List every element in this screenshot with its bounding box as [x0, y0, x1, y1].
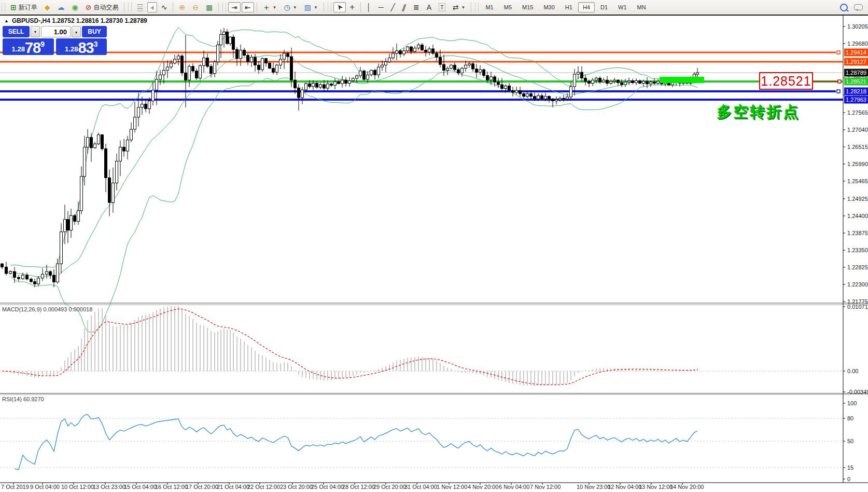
- time-label: 13 Oct 23:00: [93, 484, 125, 490]
- buy-price[interactable]: 1.28 83 3: [56, 38, 107, 55]
- periods-button[interactable]: ◷ ▼: [281, 2, 300, 12]
- candlestick-chart-button[interactable]: ⫞: [147, 2, 157, 12]
- svg-text:0: 0: [847, 476, 850, 482]
- tile-windows-icon: ▦: [206, 4, 213, 11]
- trendline-button[interactable]: ╱: [388, 2, 398, 12]
- price-annotation-box[interactable]: 1.28521: [759, 72, 813, 90]
- volume-increase-button[interactable]: ▲: [72, 26, 81, 37]
- time-label: 25 Oct 04:00: [311, 484, 344, 490]
- chart-shift-icon: ⇤: [245, 4, 251, 11]
- crosshair-icon: +: [350, 4, 355, 11]
- svg-text:1.29414: 1.29414: [846, 49, 866, 56]
- time-label: 7 Nov 12:00: [530, 484, 561, 490]
- sell-price-prefix: 1.28: [12, 45, 25, 53]
- chart-shift-button[interactable]: ⇤: [242, 2, 254, 12]
- horizontal-line-button[interactable]: ─: [375, 2, 387, 12]
- time-label: 17 Oct 20:00: [186, 484, 218, 490]
- svg-text:100: 100: [847, 400, 857, 406]
- sell-price[interactable]: 1.28 78 9: [3, 38, 54, 55]
- svg-text:1.30205: 1.30205: [847, 23, 868, 30]
- line-chart-icon: ∿: [161, 4, 167, 11]
- timeframe-mn[interactable]: MN: [633, 2, 651, 12]
- time-label: 9 Oct 04:00: [30, 484, 60, 490]
- timeframe-m5[interactable]: M5: [499, 2, 516, 12]
- channel-button[interactable]: ∥: [399, 2, 409, 12]
- indicators-icon: ＋: [263, 4, 270, 11]
- zoom-in-icon: ⊕: [179, 4, 185, 11]
- signals-button[interactable]: ◉: [69, 2, 81, 12]
- volume-input[interactable]: 1.00: [41, 26, 71, 37]
- mt4-window: { "toolbar": { "new_order_label": "新订单",…: [0, 0, 868, 492]
- search-icon[interactable]: [840, 4, 848, 11]
- bar-chart-button[interactable]: 𝄛: [134, 2, 146, 12]
- time-label: 13 Nov 12:00: [639, 484, 673, 490]
- profiles-button[interactable]: ◆: [41, 2, 53, 12]
- arrows-button[interactable]: ⇄ ▼: [450, 2, 469, 12]
- buy-button[interactable]: BUY: [82, 26, 107, 37]
- profiles-icon: ◆: [45, 4, 50, 11]
- chat-icon[interactable]: [854, 4, 863, 10]
- zoom-out-button[interactable]: ⊖: [189, 2, 202, 12]
- buy-price-prefix: 1.28: [65, 45, 78, 53]
- arrows-icon: ⇄: [453, 4, 459, 11]
- svg-text:1.28521: 1.28521: [846, 78, 866, 85]
- indicators-button[interactable]: ＋ ▼: [260, 2, 280, 12]
- time-label: 12 Nov 04:00: [608, 484, 641, 490]
- new-order-button[interactable]: ⊞ 新订单: [7, 2, 40, 12]
- timeframe-h4[interactable]: H4: [578, 2, 595, 12]
- fibonacci-button[interactable]: ≣: [410, 2, 423, 12]
- toolbar-grip[interactable]: [2, 3, 5, 12]
- svg-text:15: 15: [847, 464, 853, 471]
- text-button[interactable]: A: [424, 2, 435, 12]
- candlestick-chart-icon: ⫞: [150, 4, 154, 11]
- turning-point-annotation[interactable]: 多空转折点: [717, 102, 800, 122]
- channel-icon: ∥: [401, 4, 407, 11]
- horizontal-line-icon: ─: [379, 4, 384, 11]
- auto-trading-button[interactable]: ⊘ 自动交易: [82, 2, 122, 12]
- time-label: 15 Oct 04:00: [124, 484, 157, 490]
- text-label-icon: T: [439, 3, 445, 11]
- text-label-button[interactable]: T: [436, 2, 449, 12]
- svg-text:1.23875: 1.23875: [847, 230, 868, 236]
- timeframe-d1[interactable]: D1: [596, 2, 612, 12]
- timeframe-m30[interactable]: M30: [539, 2, 559, 12]
- svg-text:0.00: 0.00: [847, 368, 858, 374]
- chart-canvas[interactable]: 1.302051.296801.286151.280901.275651.270…: [0, 0, 868, 492]
- sell-price-sup: 9: [40, 40, 45, 48]
- text-icon: A: [427, 4, 431, 11]
- community-button[interactable]: ☁: [54, 2, 68, 12]
- timeframe-m15[interactable]: M15: [517, 2, 538, 12]
- highlight-zone[interactable]: [660, 77, 704, 83]
- dropdown-arrow-icon: ▼: [461, 5, 466, 10]
- vertical-line-button[interactable]: │: [363, 2, 374, 12]
- svg-text:1.29680: 1.29680: [847, 40, 868, 47]
- timeframe-m1[interactable]: M1: [481, 2, 498, 12]
- cursor-button[interactable]: ➤: [333, 2, 346, 12]
- templates-button[interactable]: ▨ ▼: [301, 2, 321, 12]
- tile-windows-button[interactable]: ▦: [203, 2, 216, 12]
- timeframe-w1[interactable]: W1: [613, 2, 632, 12]
- svg-text:50: 50: [847, 438, 853, 444]
- svg-text:1.27963: 1.27963: [846, 97, 866, 103]
- svg-text:1.28218: 1.28218: [846, 88, 866, 94]
- zoom-in-button[interactable]: ⊕: [176, 2, 188, 12]
- time-label: 31 Oct 04:00: [404, 484, 437, 490]
- collapse-icon[interactable]: ▲: [4, 18, 9, 23]
- svg-text:1.23350: 1.23350: [847, 247, 868, 253]
- svg-text:1.28789: 1.28789: [846, 70, 866, 76]
- zoom-out-icon: ⊖: [192, 4, 199, 11]
- time-label: 1 Nov 12:00: [437, 484, 467, 490]
- buy-price-sup: 3: [94, 40, 98, 48]
- svg-text:-0.003492: -0.003492: [847, 389, 868, 395]
- line-chart-button[interactable]: ∿: [158, 2, 171, 12]
- sell-button[interactable]: SELL: [3, 26, 30, 37]
- timeframe-h1[interactable]: H1: [561, 2, 577, 12]
- crosshair-button[interactable]: +: [347, 2, 358, 12]
- cursor-icon: ➤: [335, 3, 344, 12]
- vertical-line-icon: │: [367, 4, 371, 11]
- svg-text:1.24400: 1.24400: [847, 213, 868, 219]
- time-label: 22 Oct 12:00: [247, 484, 280, 490]
- time-label: 4 Nov 20:00: [468, 484, 498, 490]
- volume-decrease-button[interactable]: ▼: [31, 26, 40, 37]
- auto-scroll-button[interactable]: ⇥: [228, 2, 241, 12]
